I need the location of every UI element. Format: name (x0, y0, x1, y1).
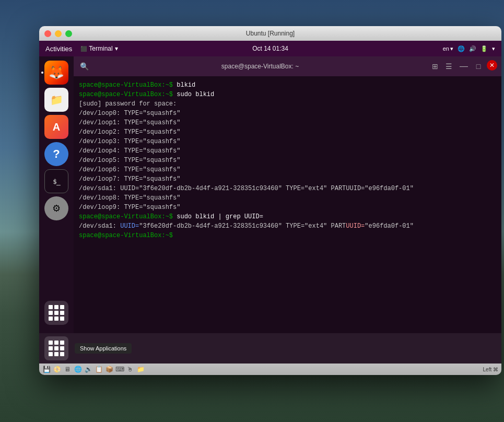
term-line: /dev/loop5: TYPE="squashfs" (79, 156, 496, 165)
term-output: /dev/loop5: TYPE="squashfs" (79, 157, 180, 164)
virtualbox-window: Ubuntu [Running] Activities ⬛ Terminal ▾… (39, 26, 501, 375)
term-line: space@space-VirtualBox:~$ (79, 231, 496, 240)
term-line: space@space-VirtualBox:~$ sudo blkid (79, 90, 496, 99)
status-audio-icon[interactable]: 🔊 (84, 365, 92, 373)
status-optical-icon[interactable]: 💾 (42, 365, 51, 373)
grid-dot (54, 352, 58, 356)
term-line: /dev/sda1: UUID="3f6e20df-db2b-4d4f-a921… (79, 221, 496, 231)
activities-button[interactable]: Activities (45, 45, 72, 53)
status-shared-icon[interactable]: 📁 (136, 365, 145, 373)
term-partuuid-label: UUID= (346, 222, 365, 230)
grid-dot (54, 341, 58, 345)
term-uuid-label: UUID= (120, 222, 139, 230)
ubuntu-clock: Oct 14 01:34 (252, 45, 288, 52)
grid-dot (60, 305, 64, 309)
terminal-menu-icon: ⬛ (80, 46, 87, 52)
status-display-icon[interactable]: 🖥 (63, 365, 72, 373)
terminal-minimize-button[interactable]: — (458, 60, 470, 73)
terminal-new-tab-button[interactable]: ⊞ (430, 62, 440, 71)
vbox-titlebar: Ubuntu [Running] (39, 26, 501, 41)
grid-dot (60, 341, 64, 345)
term-output: /dev/loop6: TYPE="squashfs" (79, 166, 180, 173)
grid-dot (49, 316, 53, 321)
show-applications-button[interactable] (44, 301, 68, 325)
lang-arrow: ▾ (450, 45, 453, 52)
terminal-title: space@space-VirtualBox: ~ (93, 63, 427, 70)
status-clipboard-icon[interactable]: 📋 (95, 365, 103, 373)
files-icon: 📁 (50, 93, 63, 106)
terminal-maximize-button[interactable]: □ (472, 60, 485, 73)
term-line: /dev/loop4: TYPE="squashfs" (79, 146, 496, 156)
dock-help[interactable]: ? (44, 142, 68, 166)
show-applications-grid-button[interactable] (44, 336, 68, 360)
lang-text: en (443, 45, 449, 52)
status-keyboard-icon[interactable]: ⌨ (115, 365, 124, 373)
battery-icon[interactable]: 🔋 (480, 45, 488, 52)
term-output: /dev/loop1: TYPE="squashfs" (79, 119, 180, 126)
term-line: /dev/loop9: TYPE="squashfs" (79, 203, 496, 212)
vbox-close-button[interactable] (44, 30, 51, 37)
grid-dot (54, 305, 58, 309)
term-output: /dev/loop7: TYPE="squashfs" (79, 175, 180, 183)
term-output: "3f6e20df-db2b-4d4f-a921-328351c93460" T… (139, 222, 346, 230)
show-applications-label[interactable]: Show Applications (75, 343, 132, 354)
help-icon: ? (53, 147, 60, 161)
vbox-window-controls (44, 30, 72, 37)
vbox-minimize-button[interactable] (55, 30, 62, 37)
terminal-icon: $_ (53, 178, 60, 185)
status-mouse-icon[interactable]: 🖱 (126, 365, 134, 373)
ubuntu-guest: Activities ⬛ Terminal ▾ Oct 14 01:34 en … (39, 41, 501, 364)
status-drag-icon[interactable]: 📦 (105, 365, 113, 373)
dock-software-center[interactable]: A (44, 115, 68, 139)
grid-dot (49, 341, 53, 345)
term-line: /dev/loop8: TYPE="squashfs" (79, 193, 496, 203)
term-output: /dev/loop9: TYPE="squashfs" (79, 204, 180, 211)
term-output: "e96fda0f-01" (365, 222, 414, 230)
grid-dot (60, 311, 64, 315)
terminal-close-button[interactable]: ✕ (487, 60, 497, 71)
apps-grid-icon-bottom (49, 341, 64, 356)
status-network-icon[interactable]: 🌐 (74, 365, 82, 373)
terminal-search-button[interactable]: 🔍 (78, 60, 90, 73)
vbox-title: Ubuntu [Running] (246, 30, 295, 37)
dock-files[interactable]: 📁 (44, 88, 68, 112)
vbox-maximize-button[interactable] (65, 30, 72, 37)
dock-settings[interactable]: ⚙ (44, 196, 68, 220)
term-line: /dev/loop0: TYPE="squashfs" (79, 109, 496, 118)
power-menu-arrow[interactable]: ▾ (492, 45, 495, 52)
term-output: /dev/loop2: TYPE="squashfs" (79, 128, 180, 136)
settings-icon: ⚙ (52, 203, 61, 214)
grid-dot (54, 311, 58, 315)
status-usb-icon[interactable]: 📀 (53, 365, 61, 373)
dock-terminal[interactable]: $_ (44, 169, 68, 193)
term-cmd: sudo blkid | grep UUID= (173, 213, 263, 220)
term-output: [sudo] password for space: (79, 100, 177, 108)
term-line: /dev/sda1: UUID="3f6e20df-db2b-4d4f-a921… (79, 184, 496, 193)
host-key-label: Left ⌘ (483, 367, 498, 372)
volume-icon[interactable]: 🔊 (469, 45, 476, 52)
grid-dot (49, 311, 53, 315)
term-output: /dev/sda1: (79, 222, 120, 230)
language-indicator[interactable]: en ▾ (443, 45, 453, 52)
firefox-icon: 🦊 (49, 65, 64, 80)
dock-firefox[interactable]: 🦊 (44, 61, 68, 85)
terminal-menu[interactable]: ⬛ Terminal ▾ (80, 45, 118, 52)
term-cursor (173, 232, 177, 239)
network-icon[interactable]: 🌐 (458, 45, 465, 52)
terminal-content[interactable]: space@space-VirtualBox:~$ blkid space@sp… (74, 76, 501, 333)
grid-dot (60, 352, 64, 356)
ubuntu-dock: 🦊 📁 A ? $_ ⚙ (39, 56, 74, 333)
terminal-menu-button[interactable]: ☰ (443, 62, 454, 71)
software-icon: A (53, 121, 60, 133)
term-line: [sudo] password for space: (79, 99, 496, 109)
dock-bottom (44, 301, 68, 329)
term-prompt: space@space-VirtualBox:~$ (79, 213, 173, 220)
term-line: /dev/loop6: TYPE="squashfs" (79, 165, 496, 174)
term-line: /dev/loop3: TYPE="squashfs" (79, 137, 496, 146)
status-right: Left ⌘ (483, 367, 498, 372)
term-cmd: blkid (173, 81, 195, 89)
grid-dot (49, 346, 53, 350)
term-output: /dev/loop8: TYPE="squashfs" (79, 194, 180, 202)
vbox-statusbar: 💾 📀 🖥 🌐 🔊 📋 📦 ⌨ 🖱 📁 Left ⌘ (39, 364, 501, 375)
term-cmd: sudo blkid (173, 91, 214, 98)
